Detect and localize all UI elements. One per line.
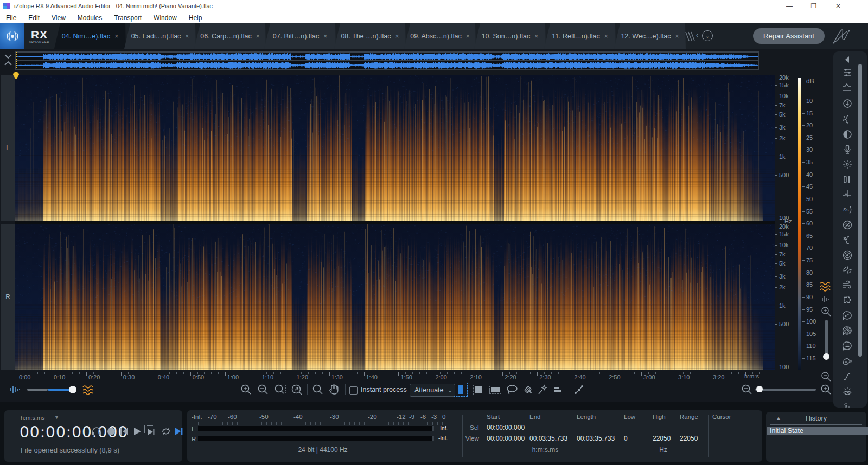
view-start-value[interactable]: 00:00:00.000 bbox=[487, 435, 525, 442]
de-bleed-icon[interactable] bbox=[841, 128, 853, 140]
tab-close-icon[interactable]: × bbox=[604, 33, 608, 40]
record-button[interactable] bbox=[106, 427, 116, 436]
file-tab-09[interactable]: 09. Absc…n).flac× bbox=[404, 23, 476, 49]
time-format-label[interactable]: h:m:s.ms bbox=[21, 415, 45, 421]
tab-close-icon[interactable]: × bbox=[256, 33, 260, 40]
channel-strip-right[interactable]: R bbox=[1, 224, 15, 370]
tab-close-icon[interactable]: × bbox=[395, 33, 399, 40]
magic-wand-tool[interactable] bbox=[537, 384, 549, 396]
sidebar-scrollbar[interactable] bbox=[858, 64, 862, 357]
file-tab-10[interactable]: 10. Son…n).flac× bbox=[474, 23, 546, 49]
play-button[interactable] bbox=[132, 427, 142, 436]
menu-item-modules[interactable]: Modules bbox=[72, 12, 108, 23]
plugin-icon[interactable] bbox=[841, 295, 853, 307]
de-ess-icon[interactable]: Ss bbox=[841, 204, 853, 216]
view-low-value[interactable]: 0 bbox=[624, 435, 628, 442]
instant-process-checkbox[interactable] bbox=[349, 386, 358, 395]
tab-close-icon[interactable]: × bbox=[185, 33, 189, 40]
close-button[interactable]: ✕ bbox=[829, 0, 847, 12]
hand-tool-icon[interactable] bbox=[328, 383, 340, 395]
zoom-in-icon[interactable] bbox=[240, 384, 252, 396]
menu-item-help[interactable]: Help bbox=[183, 12, 208, 23]
file-tab-12[interactable]: 12. Wec…e).flac× bbox=[614, 23, 686, 49]
h-zoom-slider[interactable] bbox=[755, 389, 816, 391]
process-mode-dropdown[interactable]: Attenuate⌄ bbox=[410, 384, 455, 397]
return-to-start-button[interactable] bbox=[119, 427, 129, 436]
waveform-view-icon[interactable] bbox=[821, 294, 832, 304]
vertical-zoom-knob[interactable] bbox=[823, 353, 829, 360]
tab-close-icon[interactable]: × bbox=[466, 33, 470, 40]
de-wind-icon[interactable] bbox=[841, 279, 853, 291]
time-format-dropdown-icon[interactable]: ▼ bbox=[54, 415, 59, 420]
file-tab-05[interactable]: 05. Fadi…n).flac× bbox=[124, 23, 196, 49]
menu-item-window[interactable]: Window bbox=[148, 12, 183, 23]
history-item[interactable]: Initial State bbox=[767, 427, 868, 435]
de-plosive-icon[interactable] bbox=[841, 98, 853, 110]
zoom-selection-icon[interactable] bbox=[274, 384, 286, 396]
tab-close-icon[interactable]: × bbox=[534, 33, 538, 40]
tab-close-icon[interactable]: × bbox=[323, 33, 327, 40]
de-breath-icon[interactable] bbox=[841, 113, 853, 125]
tab-close-icon[interactable]: × bbox=[114, 33, 118, 40]
waveform-blend-icon[interactable] bbox=[9, 384, 21, 396]
view-range-value[interactable]: 22050 bbox=[680, 435, 698, 442]
minimize-button[interactable]: — bbox=[780, 0, 799, 12]
spectrogram-display[interactable] bbox=[15, 75, 775, 370]
de-click-icon[interactable] bbox=[841, 188, 853, 200]
de-lip-smack-icon[interactable] bbox=[841, 386, 853, 398]
h-zoom-knob[interactable] bbox=[756, 386, 763, 392]
blend-slider-track-left[interactable] bbox=[27, 389, 48, 391]
de-reverb-icon[interactable] bbox=[841, 249, 853, 261]
file-tab-11[interactable]: 11. Refl…n).flac× bbox=[544, 23, 616, 49]
guitar-de-noise-icon[interactable] bbox=[841, 356, 853, 367]
menu-item-file[interactable]: File bbox=[0, 12, 22, 23]
brush-selection-tool[interactable] bbox=[522, 384, 534, 396]
ambience-match-icon[interactable] bbox=[841, 264, 853, 276]
signal-generator-icon[interactable] bbox=[841, 371, 853, 383]
mouth-de-click-icon[interactable] bbox=[841, 234, 853, 246]
file-tab-04[interactable]: 04. Nim…e).flac× bbox=[54, 23, 126, 49]
frequency-selection-tool[interactable] bbox=[489, 384, 501, 396]
file-tab-07[interactable]: 07. Bitt…n).flac× bbox=[264, 23, 336, 49]
restore-button[interactable]: ❐ bbox=[805, 0, 823, 12]
view-length-value[interactable]: 00:03:35.733 bbox=[577, 435, 615, 442]
overview-waveform[interactable] bbox=[15, 51, 760, 70]
zoom-out-icon[interactable] bbox=[257, 384, 269, 396]
h-zoom-in-icon[interactable] bbox=[820, 384, 832, 396]
tab-menu-icon[interactable]: ⌄ bbox=[702, 30, 713, 41]
draw-curve-tool[interactable] bbox=[573, 383, 585, 395]
de-hum-icon[interactable] bbox=[841, 219, 853, 231]
collapse-panel-icon[interactable] bbox=[841, 54, 853, 66]
file-tab-06[interactable]: 06. Carp…n).flac× bbox=[194, 23, 266, 49]
menu-item-transport[interactable]: Transport bbox=[108, 12, 148, 23]
vertical-zoom-out-icon[interactable] bbox=[820, 371, 832, 383]
music-rest-icon[interactable] bbox=[841, 398, 853, 410]
play-to-end-button[interactable] bbox=[174, 426, 184, 437]
dialogue-de-reverb-icon[interactable] bbox=[841, 325, 853, 337]
dialogue-isolate-icon[interactable] bbox=[841, 310, 853, 322]
play-selection-button[interactable] bbox=[144, 425, 157, 438]
tab-close-icon[interactable]: × bbox=[675, 33, 679, 40]
zoom-toggle-icon[interactable] bbox=[291, 384, 303, 396]
lasso-selection-tool[interactable] bbox=[506, 384, 518, 396]
signature-scribble-icon[interactable] bbox=[831, 27, 852, 46]
de-rustle-icon[interactable] bbox=[841, 144, 853, 156]
time-frequency-selection-tool[interactable] bbox=[472, 384, 484, 396]
spectrogram-view-icon[interactable] bbox=[819, 281, 833, 292]
vertical-zoom-in-icon[interactable] bbox=[820, 306, 832, 318]
view-end-value[interactable]: 00:03:35.733 bbox=[529, 435, 567, 442]
time-selection-tool[interactable] bbox=[455, 384, 467, 396]
de-noise-icon[interactable] bbox=[841, 158, 853, 170]
overview-collapse-icon[interactable] bbox=[3, 53, 13, 67]
magnifier-tool-icon[interactable] bbox=[312, 384, 324, 396]
monitor-icon[interactable] bbox=[90, 425, 103, 437]
blend-slider-knob[interactable] bbox=[69, 386, 76, 393]
tab-scroll-left-icon[interactable]: ‹ bbox=[696, 31, 698, 39]
dialogue-contour-icon[interactable] bbox=[841, 340, 853, 352]
channel-strip-left[interactable]: L bbox=[1, 75, 15, 221]
h-zoom-out-icon[interactable] bbox=[741, 384, 753, 396]
sel-start-value[interactable]: 00:00:00.000 bbox=[487, 424, 525, 431]
interpolate-icon[interactable] bbox=[841, 173, 853, 185]
timeline-ruler[interactable]: 0:000:100:200:300:400:501:001:101:201:30… bbox=[15, 372, 775, 382]
spectrogram-blend-icon[interactable] bbox=[81, 384, 95, 396]
